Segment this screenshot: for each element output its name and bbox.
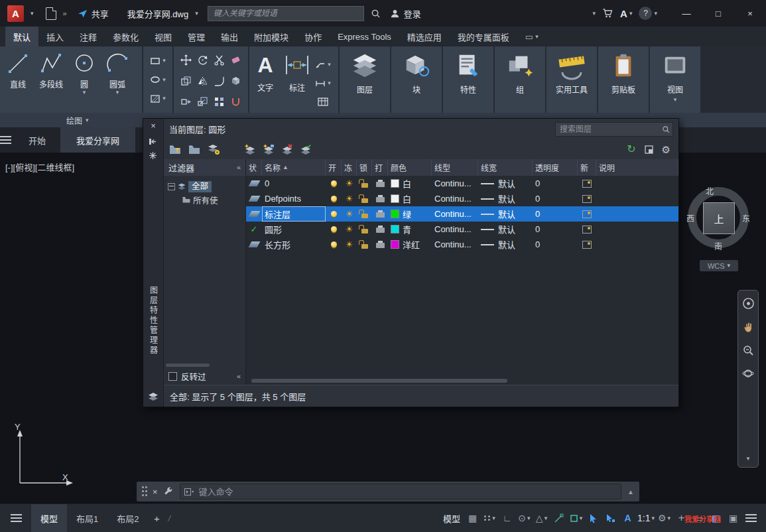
layer-name[interactable]: 长方形	[262, 237, 326, 252]
layer-description[interactable]	[596, 206, 678, 222]
file-tabs-menu-icon[interactable]	[0, 136, 11, 144]
filter-item-all-used[interactable]: 所有使	[164, 193, 245, 206]
ribbon-tab-view[interactable]: 视图	[147, 27, 180, 46]
zoom-icon[interactable]	[742, 344, 754, 356]
layer-name[interactable]: 0	[262, 176, 326, 191]
filter-item-all[interactable]: 全部	[164, 180, 245, 193]
ribbon-display-toggle[interactable]: ▭ ▾	[525, 27, 539, 46]
layer-description[interactable]	[596, 176, 678, 191]
layer-linetype[interactable]: Continu...	[432, 191, 478, 206]
lasso-tool-icon[interactable]	[230, 96, 241, 107]
dimension-tool[interactable]: 标注	[281, 50, 313, 117]
layer-vpfreeze-icon[interactable]	[582, 226, 592, 233]
col-lock[interactable]: 锁	[357, 159, 372, 176]
grid-display-toggle[interactable]: ▦	[465, 509, 480, 527]
layer-row-3-current[interactable]: ✓ 圆形 ☀ 青 Continu... 默认 0	[246, 222, 678, 237]
layer-plot-icon[interactable]	[376, 197, 385, 202]
layer-color-cell[interactable]: 青	[388, 222, 432, 237]
layer-states-manager-icon[interactable]	[208, 144, 220, 155]
col-transparency[interactable]: 透明度	[533, 159, 578, 176]
settings-gear-icon[interactable]: ⚙	[662, 145, 670, 155]
ribbon-panel-block[interactable]: 块	[391, 46, 442, 113]
help-search-input[interactable]	[212, 8, 359, 19]
viewcube[interactable]: 北 西 东 南 上 WCS ▾	[676, 172, 763, 279]
circle-tool[interactable]: 圆 ▾	[68, 46, 101, 113]
layer-vpfreeze-icon[interactable]	[582, 180, 592, 188]
rectangle-tool[interactable]: ▾	[150, 56, 166, 66]
viewcube-north[interactable]: 北	[706, 185, 714, 196]
layer-description[interactable]	[596, 237, 678, 252]
layer-linetype[interactable]: Continu...	[432, 176, 478, 191]
leader-tool[interactable]: ▾	[315, 61, 331, 69]
new-layer-vp-frozen-icon[interactable]	[263, 144, 275, 155]
trim-tool-icon[interactable]	[214, 54, 225, 66]
layer-linetype[interactable]: Continu...	[432, 222, 478, 237]
new-layer-icon[interactable]	[244, 144, 256, 155]
layer-plot-icon[interactable]	[376, 228, 385, 233]
minimize-button[interactable]: —	[670, 0, 702, 27]
layer-on-icon[interactable]	[331, 241, 337, 247]
layer-color-cell[interactable]: 白	[388, 191, 432, 206]
app-menu-chevron-icon[interactable]: ▾	[31, 11, 34, 17]
layer-plot-icon[interactable]	[376, 212, 385, 218]
ribbon-tab-express-tools[interactable]: Express Tools	[330, 27, 399, 46]
col-lineweight[interactable]: 线宽	[478, 159, 533, 176]
layer-list-scrollbar[interactable]	[249, 377, 676, 383]
ribbon-panel-groups[interactable]: 组	[495, 46, 545, 113]
start-tab[interactable]: 开始	[29, 134, 46, 147]
gizmo-toggle[interactable]	[603, 509, 618, 527]
sign-in-button[interactable]: 登录	[390, 7, 421, 20]
col-freeze[interactable]: 冻	[342, 159, 357, 176]
filters-scrollbar[interactable]	[166, 362, 243, 367]
layer-name[interactable]: Defpoints	[262, 191, 326, 206]
new-group-filter-icon[interactable]	[188, 144, 201, 155]
ribbon-tab-custom-panel[interactable]: 我的专属面板	[450, 27, 517, 46]
stretch-tool-icon[interactable]	[180, 96, 192, 107]
layer-linetype[interactable]: Continu...	[432, 206, 478, 222]
new-layout-button[interactable]: +	[148, 513, 165, 524]
refresh-icon[interactable]: ↻	[627, 144, 635, 155]
invert-collapse-icon[interactable]: «	[237, 373, 241, 380]
title-chevron-icon[interactable]: ▾	[195, 11, 198, 17]
viewport-controls[interactable]: [-][俯视][二维线框]	[5, 161, 74, 173]
layer-row-1[interactable]: Defpoints ☀ 白 Continu... 默认 0	[246, 191, 678, 206]
set-current-layer-icon[interactable]	[300, 144, 312, 155]
autodesk-app-chevron-icon[interactable]: ▾	[629, 11, 633, 17]
layer-search-icon[interactable]	[662, 125, 670, 133]
draw-panel-chevron-icon[interactable]: ▾	[86, 117, 89, 123]
arc-flyout-chevron-icon[interactable]: ▾	[116, 90, 119, 96]
layer-description[interactable]	[596, 222, 678, 237]
tree-expander-icon[interactable]	[168, 183, 175, 190]
layer-transparency[interactable]: 0	[533, 206, 578, 222]
clean-screen-toggle[interactable]: ▣	[726, 509, 741, 527]
layer-lock-icon[interactable]	[361, 183, 368, 188]
object-snap-tracking-toggle[interactable]	[551, 509, 566, 527]
col-newvp[interactable]: 新	[578, 159, 596, 176]
layer-transparency[interactable]: 0	[533, 222, 578, 237]
wcs-selector[interactable]: WCS ▾	[700, 260, 738, 271]
layer-description[interactable]	[596, 191, 678, 206]
annotation-scale-selector[interactable]: 1:1▾	[637, 509, 655, 527]
share-button[interactable]: 共享	[78, 7, 109, 20]
navigation-wheel-icon[interactable]	[742, 297, 755, 310]
layer-color-cell[interactable]: 白	[388, 176, 432, 191]
mirror-tool-icon[interactable]	[197, 76, 208, 87]
layer-freeze-icon[interactable]: ☀	[346, 194, 353, 203]
search-icon[interactable]	[371, 9, 381, 19]
orbit-icon[interactable]	[742, 367, 754, 379]
layer-plot-icon[interactable]	[376, 182, 385, 187]
line-tool[interactable]: 直线	[1, 46, 34, 113]
fillet-tool-icon[interactable]	[214, 76, 225, 87]
model-space-button[interactable]: 模型	[443, 512, 460, 525]
layer-on-icon[interactable]	[331, 226, 337, 232]
layer-row-0[interactable]: 0 ☀ 白 Continu... 默认 0	[246, 176, 678, 191]
pan-hand-icon[interactable]	[743, 321, 754, 333]
layer-row-2-selected[interactable]: 标注层 ☀ 绿 Continu... 默认 0	[246, 206, 678, 222]
ribbon-tab-insert[interactable]: 插入	[38, 27, 72, 46]
layer-transparency[interactable]: 0	[533, 191, 578, 206]
layer-lineweight[interactable]: 默认	[478, 176, 533, 191]
viewcube-south[interactable]: 南	[714, 240, 722, 251]
layer-color-cell[interactable]: 绿	[388, 206, 432, 222]
layer-on-icon[interactable]	[331, 211, 337, 217]
col-color[interactable]: 颜色	[388, 159, 432, 176]
